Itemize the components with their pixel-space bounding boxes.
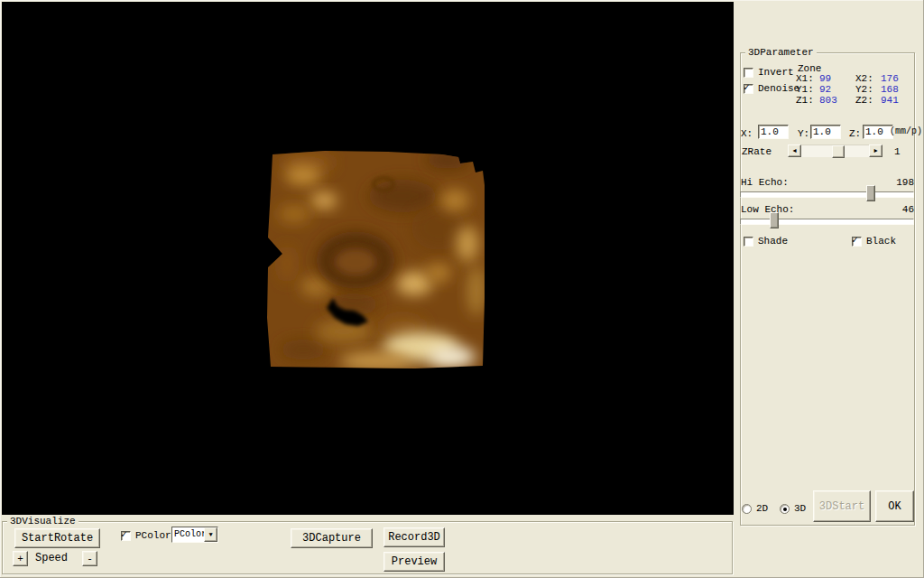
mode-2d-radio-circle xyxy=(742,504,752,514)
zone-x2-label: X2: xyxy=(855,73,881,84)
zrate-value: 1 xyxy=(894,146,901,157)
ok-button[interactable]: OK xyxy=(875,490,914,522)
shade-checkbox-box: ✓ xyxy=(744,237,753,247)
pcolor-select[interactable]: PColor ▼ xyxy=(171,527,218,543)
mode-2d-label: 2D xyxy=(756,503,768,514)
hi-echo-thumb[interactable] xyxy=(866,185,875,201)
zone-x2-value: 176 xyxy=(881,73,915,84)
zone-z1-label: Z1: xyxy=(796,95,819,106)
zone-z1-value: 803 xyxy=(819,95,855,106)
mode-2d-radio[interactable]: 2D xyxy=(742,503,768,514)
app-window: 3DParameter ✓ Invert ✓ Denoise Zone X1: … xyxy=(0,0,924,578)
pcolor-select-value: PColor xyxy=(172,527,204,542)
mode-3d-label: 3D xyxy=(794,503,806,514)
denoise-checkbox[interactable]: ✓ Denoise xyxy=(744,83,799,94)
parameter-group-title: 3DParameter xyxy=(745,47,817,58)
black-checkbox-box: ✓ xyxy=(852,237,862,247)
zrate-thumb[interactable] xyxy=(832,145,845,158)
low-echo-groove xyxy=(740,219,914,225)
zone-y2-value: 168 xyxy=(881,84,915,95)
denoise-label: Denoise xyxy=(758,83,799,94)
start-rotate-button[interactable]: StartRotate xyxy=(14,528,100,548)
zone-x1-value: 99 xyxy=(819,73,855,84)
render-viewport[interactable] xyxy=(2,2,734,515)
check-icon: ✓ xyxy=(744,81,750,93)
denoise-checkbox-box: ✓ xyxy=(744,84,753,94)
mode-3d-radio-circle xyxy=(780,504,790,514)
hi-echo-slider[interactable] xyxy=(740,185,914,201)
preview-button[interactable]: Preview xyxy=(383,552,445,572)
parameter-groupbox: 3DParameter xyxy=(740,52,915,526)
hi-echo-groove xyxy=(740,191,914,198)
3dstart-button[interactable]: 3DStart xyxy=(813,490,871,522)
zrate-right-arrow-icon[interactable]: ► xyxy=(869,144,882,157)
pcolor-checkbox-box: ✓ xyxy=(121,531,131,541)
invert-checkbox-box: ✓ xyxy=(744,68,753,78)
z-scale-input[interactable] xyxy=(863,125,893,139)
invert-label: Invert xyxy=(758,67,794,78)
record3d-button[interactable]: Record3D xyxy=(383,527,445,547)
invert-checkbox[interactable]: ✓ Invert xyxy=(744,67,794,78)
chevron-down-icon[interactable]: ▼ xyxy=(204,527,217,542)
shade-label: Shade xyxy=(758,236,788,247)
black-checkbox[interactable]: ✓ Black xyxy=(852,236,896,247)
z-scale-label: Z: xyxy=(849,128,861,139)
y-scale-input[interactable] xyxy=(810,125,841,139)
black-label: Black xyxy=(866,236,896,247)
shade-checkbox[interactable]: ✓ Shade xyxy=(744,236,788,247)
zone-z2-value: 941 xyxy=(881,95,915,106)
x-scale-input[interactable] xyxy=(758,125,789,139)
low-echo-thumb[interactable] xyxy=(770,212,779,228)
zrate-label: ZRate xyxy=(742,146,772,157)
zone-y1-value: 92 xyxy=(819,84,855,95)
zone-y1-label: Y1: xyxy=(796,84,819,95)
zone-values: X1: 99 X2: 176 Y1: 92 Y2: 168 Z1: 803 Z2… xyxy=(796,73,915,106)
zone-z2-label: Z2: xyxy=(855,95,881,106)
render-3d-ultrasound xyxy=(267,146,487,370)
check-icon: ✓ xyxy=(121,528,127,540)
zone-x1-label: X1: xyxy=(796,73,819,84)
mode-3d-radio[interactable]: 3D xyxy=(780,503,806,514)
scale-unit-label: (mm/p) xyxy=(890,126,922,137)
zrate-scrollbar[interactable]: ◄ ► xyxy=(788,144,882,157)
low-echo-slider[interactable] xyxy=(740,212,914,228)
pcolor-label: PColor xyxy=(135,530,171,541)
pcolor-checkbox[interactable]: ✓ PColor xyxy=(121,530,171,541)
visualize-group-title: 3DVisualize xyxy=(7,516,79,527)
check-icon: ✓ xyxy=(852,234,858,246)
zrate-left-arrow-icon[interactable]: ◄ xyxy=(788,144,801,157)
3dcapture-button[interactable]: 3DCapture xyxy=(291,528,373,548)
y-scale-label: Y: xyxy=(798,128,809,139)
zone-y2-label: Y2: xyxy=(855,84,881,95)
zrate-track[interactable] xyxy=(801,144,869,157)
x-scale-label: X: xyxy=(741,128,753,139)
speed-minus-button[interactable]: - xyxy=(82,551,97,566)
speed-plus-button[interactable]: + xyxy=(13,551,28,566)
speed-label: Speed xyxy=(35,553,68,564)
